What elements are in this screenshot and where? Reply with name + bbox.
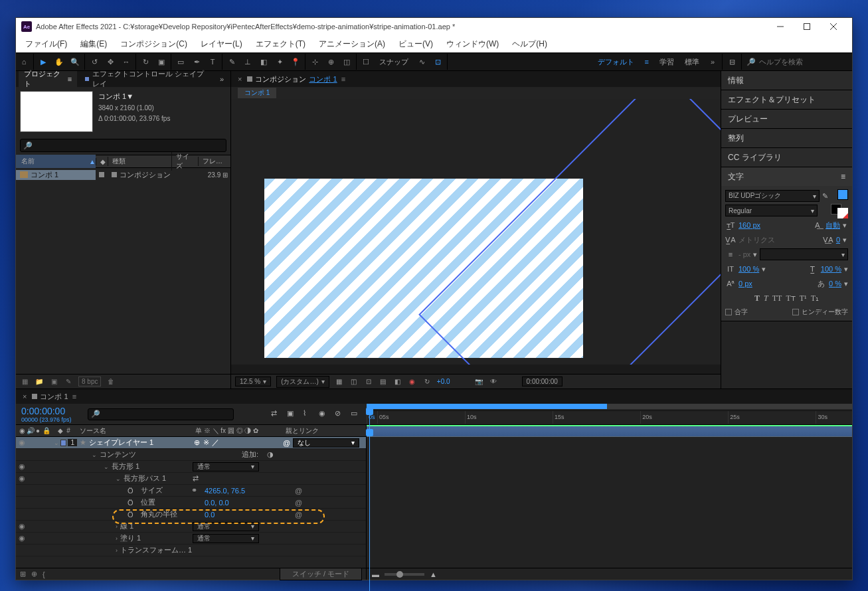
tabs-overflow-icon[interactable]: » [216, 75, 228, 83]
expression-icon[interactable]: @ [295, 511, 302, 519]
pan-tool-icon[interactable]: ✥ [102, 54, 118, 70]
selection-tool-icon[interactable]: ▶ [35, 54, 51, 70]
font-style-select[interactable]: Regular▾ [725, 205, 818, 216]
eye-icon[interactable]: ◉ [19, 438, 25, 447]
adjust-icon[interactable]: ✎ [64, 377, 73, 386]
home-icon[interactable]: ⌂ [16, 54, 32, 70]
size-value[interactable]: 4265.0, 76.5 [205, 487, 245, 495]
new-folder-icon[interactable]: 📁 [35, 377, 44, 386]
clone-tool-icon[interactable]: ⊥ [240, 54, 256, 70]
toggle-switches-icon[interactable]: ⊞ [20, 570, 26, 578]
workspace-standard[interactable]: 標準 [679, 57, 705, 67]
maximize-button[interactable] [794, 18, 820, 35]
current-timecode[interactable]: 0:00:00:00 [21, 406, 88, 416]
stopwatch-icon[interactable]: Ö [128, 499, 133, 507]
font-family-select[interactable]: BIZ UDPゴシック▾ [725, 190, 820, 202]
shape-direction-icon[interactable]: ⇄ [193, 474, 199, 483]
pen-tool-icon[interactable]: ✒ [189, 54, 205, 70]
tl-tab-menu-icon[interactable]: ≡ [68, 392, 80, 400]
resolution-select[interactable]: (カスタム…)▾ [276, 376, 329, 388]
viewer-scrollbar[interactable] [231, 365, 721, 374]
bold-icon[interactable]: T [754, 294, 760, 303]
snapshot-icon[interactable]: 📷 [474, 377, 483, 386]
puppet-tool-icon[interactable]: 📍 [288, 54, 304, 70]
rotate-tool-icon[interactable]: ↻ [137, 54, 153, 70]
kerning-value[interactable]: メトリクス [738, 235, 775, 245]
tl-close-tab-icon[interactable]: × [20, 392, 29, 400]
layer-row[interactable]: ◉⌄1 ★シェイプレイヤー 1 ⊕※／ @なし▾ [16, 437, 366, 449]
eye-icon[interactable]: ◉ [19, 462, 25, 471]
expand-icon[interactable]: › [116, 547, 118, 554]
col-fps[interactable]: フレ… [198, 157, 226, 166]
eraser-tool-icon[interactable]: ◧ [256, 54, 272, 70]
stopwatch-icon[interactable]: Ö [128, 511, 133, 519]
col-source-name[interactable]: ソース名 [77, 426, 193, 436]
allcaps-icon[interactable]: TT [772, 294, 782, 303]
fill-swatch[interactable] [837, 189, 848, 200]
menu-animation[interactable]: アニメーション(A) [312, 35, 392, 52]
superscript-icon[interactable]: T¹ [800, 294, 807, 303]
position-value[interactable]: 0.0, 0.0 [205, 499, 229, 507]
brace-icon[interactable]: { [43, 570, 45, 578]
blend-mode-select[interactable]: 通常▾ [193, 462, 259, 471]
zoom-in-icon[interactable]: ▲ [430, 570, 437, 578]
workspace-learn[interactable]: 学習 [654, 57, 679, 67]
eyedropper-icon[interactable]: ✎ [822, 192, 828, 201]
hindi-checkbox[interactable] [792, 309, 799, 315]
layer-color-icon[interactable] [60, 440, 67, 446]
time-ruler[interactable]: 0s 05s 10s 15s 20s 25s 30s [367, 404, 852, 424]
comp-tab-link[interactable]: コンポ 1 [309, 74, 337, 84]
orbit-tool-icon[interactable]: ↺ [86, 54, 102, 70]
zoom-out-icon[interactable]: ▬ [372, 570, 379, 578]
breadcrumb-comp[interactable]: コンポ 1 [238, 88, 276, 98]
switches-modes-button[interactable]: スイッチ / モード [280, 568, 362, 580]
panel-effects-presets[interactable]: エフェクト＆プリセット [721, 90, 852, 109]
view-axis-icon[interactable]: ◫ [339, 54, 355, 70]
eye-icon[interactable]: ◉ [19, 474, 25, 483]
project-search[interactable]: 🔎 [20, 139, 226, 152]
smallcaps-icon[interactable]: Tᴛ [786, 294, 795, 303]
italic-icon[interactable]: T [764, 294, 768, 303]
panel-preview[interactable]: プレビュー [721, 110, 852, 128]
comp-tab-menu-icon[interactable]: ≡ [337, 75, 349, 83]
stroke-fill-order[interactable]: ▾ [760, 248, 848, 260]
constrain-icon[interactable]: ⚭ [191, 486, 197, 495]
zoom-select[interactable]: 12.5 %▾ [235, 377, 271, 386]
brush-tool-icon[interactable]: ✎ [224, 54, 240, 70]
tab-effect-controls[interactable]: エフェクトコントロール シェイプレイ [80, 71, 213, 87]
timeline-lanes[interactable]: ▬ ▲ [367, 425, 852, 580]
tracking-value[interactable]: 0 [836, 236, 840, 244]
safe-zones-icon[interactable]: ⊡ [364, 377, 373, 386]
menu-file[interactable]: ファイル(F) [19, 35, 74, 52]
new-comp-icon[interactable]: ▣ [49, 377, 58, 386]
eye-icon[interactable]: ◉ [19, 534, 25, 543]
radius-value[interactable]: 0.0 [205, 511, 215, 519]
close-tab-icon[interactable]: × [235, 75, 244, 83]
mask-icon[interactable]: ◫ [349, 377, 359, 386]
draft3d-icon[interactable]: ▣ [287, 409, 298, 420]
blend-mode-select[interactable]: 通常▾ [193, 522, 259, 531]
panel-info[interactable]: 情報 [721, 71, 852, 90]
trash-icon[interactable]: 🗑 [106, 377, 116, 386]
workspace-settings-icon[interactable]: ⊟ [724, 54, 740, 70]
expand-icon[interactable]: ⌄ [116, 475, 121, 482]
expand-icon[interactable]: ⌄ [92, 452, 97, 458]
expression-icon[interactable]: @ [295, 499, 302, 507]
menu-composition[interactable]: コンポジション(C) [114, 35, 194, 52]
panel-menu-icon[interactable]: ≡ [841, 172, 845, 181]
workspace-default[interactable]: デフォルト [592, 57, 640, 67]
project-row[interactable]: コンポ 1 コンポジション 23.9 ⊞ [16, 168, 230, 181]
snap-edge-icon[interactable]: ⊡ [430, 54, 446, 70]
ligature-checkbox[interactable] [725, 309, 732, 315]
bpc-button[interactable]: 8 bpc [78, 377, 101, 386]
workspace-more-icon[interactable]: » [705, 54, 721, 70]
col-type[interactable]: 種類 [108, 157, 171, 166]
render-queue-icon[interactable]: ⊕ [31, 570, 37, 578]
vscale-value[interactable]: 100 % [738, 265, 759, 273]
subscript-icon[interactable]: T₁ [811, 294, 819, 303]
tsume-value[interactable]: 0 % [829, 280, 841, 288]
show-snapshot-icon[interactable]: 👁 [489, 377, 498, 386]
interpret-icon[interactable]: ▦ [20, 377, 29, 386]
font-size-value[interactable]: 160 px [738, 221, 760, 229]
type-tool-icon[interactable]: T [205, 54, 220, 70]
